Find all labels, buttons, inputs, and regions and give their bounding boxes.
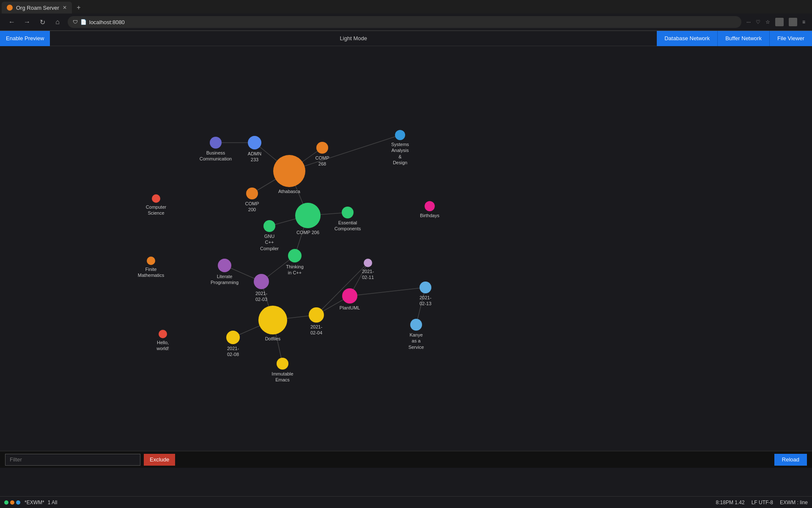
node-2021-02-13[interactable]: 2021-02-13 <box>420 282 431 307</box>
node-hello-world[interactable]: Hello, world! <box>159 330 167 352</box>
node-circle-2021-02-03 <box>254 274 269 289</box>
menu-dots-icon[interactable]: ··· <box>746 19 751 25</box>
tab-title: Org Roam Server <box>16 5 59 11</box>
node-kanye[interactable]: Kanye as a Service <box>410 319 422 350</box>
node-circle-plantuml <box>342 288 357 304</box>
node-circle-dotfiles <box>258 306 287 334</box>
node-circle-kanye <box>410 319 422 331</box>
url-text[interactable]: localhost:8080 <box>89 19 125 25</box>
node-circle-computer-science <box>152 194 160 203</box>
url-bar[interactable]: 🛡 📄 localhost:8080 <box>68 16 741 28</box>
node-label-gnu-cpp: GNU C++ Compiler <box>260 233 279 251</box>
window-icon[interactable] <box>789 18 797 26</box>
grid-icon[interactable] <box>775 18 784 26</box>
file-viewer-tab[interactable]: File Viewer <box>770 31 812 46</box>
database-network-tab[interactable]: Database Network <box>657 31 718 46</box>
node-label-essential-components: Essential Components <box>335 220 361 232</box>
node-label-athabasca: Athabasca <box>278 188 300 194</box>
node-label-plantuml: PlantUML <box>340 305 360 311</box>
back-button[interactable]: ← <box>7 17 17 27</box>
node-circle-birthdays <box>425 201 435 211</box>
node-essential-components[interactable]: Essential Components <box>342 207 354 232</box>
new-tab-button[interactable]: + <box>74 3 84 13</box>
node-label-birthdays: Birthdays <box>420 213 439 218</box>
node-label-comp200: COMP 200 <box>245 201 259 213</box>
node-label-comp268: COMP 268 <box>315 155 329 167</box>
svg-line-13 <box>350 287 425 296</box>
hamburger-icon[interactable]: ≡ <box>802 19 805 25</box>
node-label-2021-02-03: 2021-02-03 <box>254 290 269 303</box>
node-athabasca[interactable]: Athabasca <box>273 155 305 194</box>
status-right: 8:18PM 1.42 LF UTF-8 EXWM : line <box>716 500 808 505</box>
node-circle-essential-components <box>342 207 354 218</box>
node-comp206[interactable]: COMP 206 <box>295 203 321 235</box>
filter-bar: Exclude Reload <box>0 451 812 468</box>
exclude-button[interactable]: Exclude <box>144 454 175 466</box>
node-circle-business-comm <box>210 137 222 149</box>
node-systems-analysis[interactable]: Systems Analysis & Design <box>395 130 405 166</box>
node-circle-admn233 <box>248 136 261 149</box>
node-plantuml[interactable]: PlantUML <box>342 288 357 311</box>
tab-favicon <box>7 5 13 11</box>
node-label-literate-prog: Literate Programming <box>211 273 239 286</box>
desktop-label: 1 All <box>48 500 58 505</box>
node-circle-2021-02-08 <box>226 331 240 344</box>
node-computer-science[interactable]: Computer Science <box>152 194 160 216</box>
encoding-label: LF UTF-8 <box>752 500 773 505</box>
node-finite-math[interactable]: Finite Mathematics <box>147 257 155 279</box>
node-circle-literate-prog <box>218 259 231 272</box>
tab-close-icon[interactable]: ✕ <box>63 5 67 11</box>
status-dot-blue <box>16 500 20 505</box>
node-2021-02-11[interactable]: 2021-02-11 <box>364 259 372 281</box>
tab-bar: Org Roam Server ✕ + <box>0 0 812 14</box>
node-comp200[interactable]: COMP 200 <box>246 188 258 213</box>
node-label-hello-world: Hello, world! <box>156 340 169 352</box>
browser-tab[interactable]: Org Roam Server ✕ <box>2 2 72 14</box>
node-circle-comp200 <box>246 188 258 199</box>
node-circle-systems-analysis <box>395 130 405 140</box>
node-birthdays[interactable]: Birthdays <box>425 201 435 218</box>
node-dotfiles[interactable]: Dotfiles <box>258 306 287 342</box>
workspace-label: *EXWM* <box>25 500 44 505</box>
node-admn233[interactable]: ADMN 233 <box>248 136 261 163</box>
filter-input[interactable] <box>5 454 140 466</box>
forward-button[interactable]: → <box>22 17 32 27</box>
reload-browser-button[interactable]: ↻ <box>37 17 47 27</box>
node-label-kanye: Kanye as a Service <box>409 332 424 350</box>
node-circle-gnu-cpp <box>263 220 275 232</box>
node-label-immutable-emacs: Immutable Emacs <box>272 371 293 383</box>
network-edges <box>0 46 812 480</box>
svg-line-3 <box>289 135 400 171</box>
node-circle-thinking-cpp <box>288 249 302 262</box>
node-literate-prog[interactable]: Literate Programming <box>218 259 231 286</box>
reload-button[interactable]: Reload <box>774 454 807 466</box>
bookmark-icon[interactable]: ♡ <box>756 19 760 25</box>
security-icon: 🛡 <box>73 19 78 25</box>
node-comp268[interactable]: COMP 268 <box>316 142 328 167</box>
home-button[interactable]: ⌂ <box>52 17 63 27</box>
star-icon[interactable]: ☆ <box>765 19 770 25</box>
status-dot-green <box>4 500 8 505</box>
time-label: 8:18PM 1.42 <box>716 500 745 505</box>
node-circle-comp206 <box>295 203 321 228</box>
node-2021-02-08[interactable]: 2021-02-08 <box>226 331 240 358</box>
enable-preview-button[interactable]: Enable Preview <box>0 31 50 46</box>
node-label-computer-science: Computer Science <box>146 204 166 216</box>
node-label-2021-02-08: 2021-02-08 <box>226 345 240 358</box>
node-business-comm[interactable]: Business Communication <box>210 137 222 162</box>
buffer-network-tab[interactable]: Buffer Network <box>718 31 770 46</box>
browser-toolbar: ··· ♡ ☆ ≡ <box>746 18 805 26</box>
node-circle-athabasca <box>273 155 305 187</box>
node-gnu-cpp[interactable]: GNU C++ Compiler <box>263 220 275 251</box>
status-dot-orange <box>10 500 14 505</box>
node-thinking-cpp[interactable]: Thinking in C++ <box>288 249 302 276</box>
node-label-2021-02-11: 2021-02-11 <box>362 268 374 281</box>
node-label-business-comm: Business Communication <box>200 150 232 162</box>
node-immutable-emacs[interactable]: Immutable Emacs <box>277 358 288 383</box>
address-bar: ← → ↻ ⌂ 🛡 📄 localhost:8080 ··· ♡ ☆ ≡ <box>0 14 812 30</box>
node-2021-02-04[interactable]: 2021-02-04 <box>309 307 324 336</box>
page-icon: 📄 <box>80 19 87 25</box>
node-2021-02-03[interactable]: 2021-02-03 <box>254 274 269 303</box>
node-circle-immutable-emacs <box>277 358 288 370</box>
mode-label: EXWM : line <box>780 500 808 505</box>
